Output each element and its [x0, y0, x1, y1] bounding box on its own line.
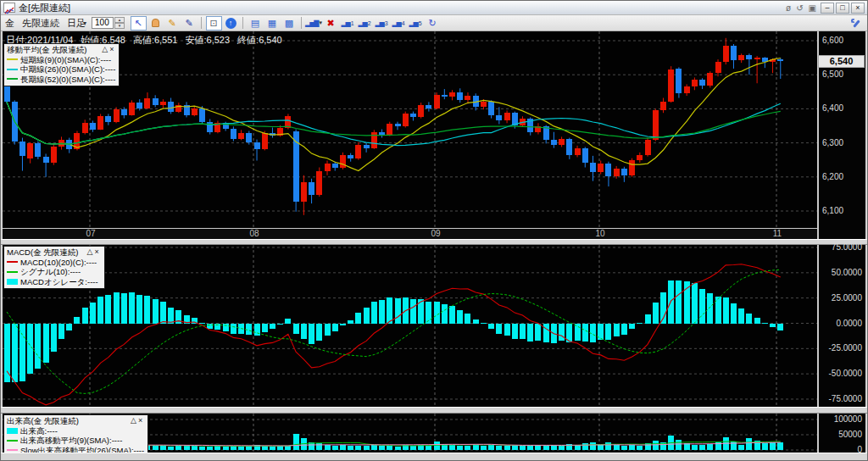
chart-window: 金[先限連続] ø ↺ ▣ – □ × 金 先限連続 日足 ▾ 100 ▴ ▾ …	[0, 0, 868, 461]
macd-axis-tick: 0.0000	[821, 319, 862, 328]
volume-ma26-swatch	[7, 449, 18, 451]
cascade-icon[interactable]: ▣	[809, 3, 816, 14]
ma-mid-swatch	[7, 69, 18, 70]
symbol-label: 金	[5, 17, 14, 30]
template-3-icon: ▂▅	[375, 19, 383, 27]
template-2-button[interactable]: ▂▅2	[357, 16, 373, 31]
new-chart-window-button[interactable]: ▤	[248, 16, 264, 31]
panel-splitter-2[interactable]	[1, 407, 867, 414]
reload-chart-icon: ↻	[428, 18, 436, 29]
ma-long-label: 長期線(52)(0)(SMA)(C):----	[20, 75, 115, 85]
template-3-button[interactable]: ▂▅3	[374, 16, 390, 31]
price-axis-tick: 6,500	[822, 69, 843, 79]
multi-chart-grid-button[interactable]: ▩	[281, 16, 298, 31]
time-axis-tick: 10	[591, 229, 609, 238]
info-low: 安値:6,523	[185, 35, 230, 45]
clear-indicators-icon: ✖	[326, 18, 334, 29]
macd-axis-tick: -50.0000	[821, 369, 862, 378]
price-axis-tick: 6,600	[822, 36, 843, 45]
volume-axis-tick: 100000	[821, 414, 862, 424]
volume-ma9-swatch	[7, 440, 18, 442]
macd-signal-label: シグナル(10):----	[20, 267, 81, 277]
ma-short-label: 短期線(9)(0)(SMA)(C):----	[20, 55, 111, 65]
settings-wrench-icon[interactable]	[851, 19, 861, 29]
close-button[interactable]: ×	[851, 3, 865, 14]
select-tool-button[interactable]: ↖	[131, 16, 147, 31]
window-title: 金[先限連続]	[19, 2, 783, 14]
volume-legend: 出来高(金 先限連続) △× 出来高:---- 出来高移動平均(9)(SMA):…	[3, 414, 148, 458]
volume-legend-collapse-button[interactable]: △	[131, 416, 138, 425]
time-axis-strip	[3, 228, 817, 239]
jump-latest-icon: ↑	[225, 18, 236, 29]
macd-chart[interactable]	[3, 245, 817, 407]
info-close: 終値:6,540	[237, 35, 282, 45]
select-tool-icon: ↖	[134, 18, 142, 29]
time-axis-tick: 07	[81, 229, 100, 238]
template-1-icon: ▂▅	[341, 19, 349, 27]
pan-tool-button[interactable]	[147, 16, 164, 31]
ma-short-swatch	[7, 58, 18, 60]
app-chart-icon	[3, 3, 15, 13]
macd-legend: MACD(金 先限連続) △× MACD(10)(20)(C):---- シグナ…	[3, 246, 105, 289]
chart-type-icon: ▂▅▇	[305, 19, 318, 27]
contract-label: 先限連続	[22, 17, 59, 30]
ma-legend-title: 移動平均(金 先限連続)	[7, 45, 86, 55]
maximize-button[interactable]: □	[836, 3, 849, 14]
jump-latest-button[interactable]: ↑	[223, 16, 239, 31]
macd-axis-tick: -25.0000	[821, 343, 862, 353]
price-axis-tick: 6,100	[822, 206, 843, 215]
quote-board-icon: ▦	[268, 18, 276, 29]
template-1-button[interactable]: ▂▅1	[340, 16, 356, 31]
macd-legend-close-button[interactable]: ×	[94, 247, 100, 256]
volume-axis-tick: 0	[821, 445, 862, 454]
volume-ma9-label: 出来高移動平均(9)(SMA):----	[20, 436, 122, 446]
bottom-strip	[1, 453, 867, 461]
main-price-chart[interactable]	[3, 31, 817, 228]
annotation-tool-icon: ✎	[185, 18, 192, 29]
panel-splitter-1[interactable]	[1, 239, 867, 245]
time-axis-tick: 09	[426, 229, 445, 238]
toolbar-buttons: ↖✎✎⊡↑▤▦▩▂▅▇▾✖▂▅1▂▅2▂▅3▂▅4▂▅5↻	[130, 16, 441, 31]
ma-legend-close-button[interactable]: ×	[109, 45, 115, 53]
title-bar[interactable]: 金[先限連続] ø ↺ ▣ – □ ×	[1, 1, 867, 15]
bar-count-input[interactable]: 100	[92, 17, 114, 29]
info-high: 高値:6,551	[133, 35, 178, 45]
ma-mid-label: 中期線(26)(0)(SMA)(C):----	[20, 64, 115, 75]
quote-board-button[interactable]: ▦	[264, 16, 281, 31]
pin-icon[interactable]: ø	[786, 3, 791, 14]
chart-type-button[interactable]: ▂▅▇▾	[306, 16, 322, 31]
reload-chart-button[interactable]: ↻	[425, 16, 441, 31]
trendline-tool-button[interactable]: ✎	[164, 16, 181, 31]
time-axis-tick: 08	[245, 229, 264, 238]
macd-axis-tick: 50.0000	[821, 268, 862, 277]
template-2-icon: ▂▅	[358, 19, 366, 27]
macd-axis-tick: 75.0000	[821, 242, 862, 252]
toolbar-separator	[301, 17, 302, 29]
ma-legend-collapse-button[interactable]: △	[102, 45, 109, 53]
refresh-window-icon[interactable]: ↺	[796, 3, 803, 14]
template-5-button[interactable]: ▂▅5	[408, 16, 424, 31]
macd-line-swatch	[7, 261, 18, 263]
spinner-down-button[interactable]: ▾	[114, 23, 125, 29]
price-axis-tick: 6,400	[822, 103, 843, 113]
ma-legend: 移動平均(金 先限連続) △× 短期線(9)(0)(SMA)(C):---- 中…	[3, 43, 120, 86]
annotation-tool-button[interactable]: ✎	[181, 16, 198, 31]
toolbar-separator	[242, 17, 243, 29]
toolbar: 金 先限連続 日足 ▾ 100 ▴ ▾ ↖✎✎⊡↑▤▦▩▂▅▇▾✖▂▅1▂▅2▂…	[1, 15, 867, 31]
price-axis-tick: 6,300	[822, 138, 843, 147]
macd-canvas	[3, 245, 817, 407]
minimize-button[interactable]: –	[821, 3, 834, 14]
period-dropdown-arrow[interactable]: ▾	[83, 19, 86, 27]
macd-axis-tick: -75.0000	[821, 394, 862, 403]
volume-label: 出来高:----	[20, 426, 58, 436]
spinner-up-button[interactable]: ▴	[114, 17, 125, 23]
volume-axis-tick: 50000	[821, 430, 862, 439]
zoom-select-button[interactable]: ⊡	[206, 16, 222, 31]
template-4-button[interactable]: ▂▅4	[391, 16, 407, 31]
current-price-tag: 6,540	[818, 55, 865, 68]
volume-legend-close-button[interactable]: ×	[138, 416, 144, 425]
trendline-tool-icon: ✎	[168, 18, 175, 29]
macd-line-label: MACD(10)(20)(C):----	[20, 258, 97, 268]
clear-indicators-button[interactable]: ✖	[323, 16, 339, 31]
macd-legend-title: MACD(金 先限連続)	[7, 247, 78, 258]
